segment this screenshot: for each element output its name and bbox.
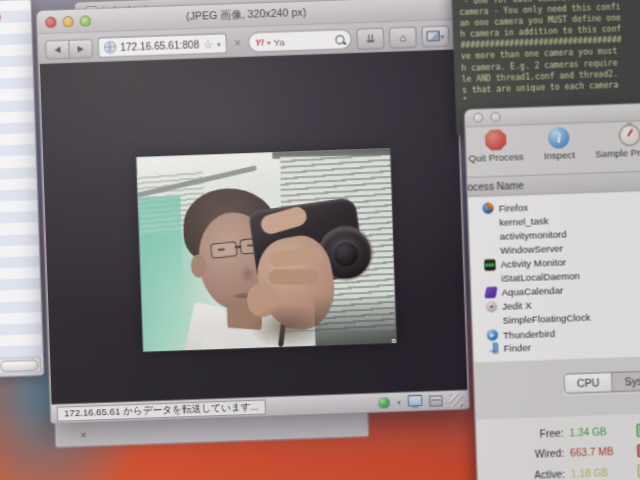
process-icon [486, 301, 498, 313]
process-icon [484, 287, 497, 299]
process-icon [487, 343, 499, 355]
tab-cpu[interactable]: CPU [564, 373, 612, 393]
process-icon [487, 329, 499, 341]
browser-window: (JPEG 画像, 320x240 px) ◀ ▶ 172.16.65.61:8… [36, 0, 470, 424]
zoom-button[interactable] [80, 15, 92, 27]
process-name: Firefox [498, 202, 528, 214]
sample-process-button[interactable]: Sample Process [594, 123, 640, 159]
inspect-button[interactable]: i Inspect [543, 127, 575, 162]
horizontal-scrollbar[interactable]: ◀ [0, 356, 41, 374]
url-dropdown-icon[interactable]: ▾ [217, 40, 221, 47]
process-name: Thunderbird [503, 327, 555, 340]
memory-legend-swatch [636, 423, 640, 437]
network-icon[interactable] [429, 395, 443, 407]
process-icon [484, 259, 496, 271]
sample-process-icon [619, 124, 640, 146]
memory-stat-row: Free: 1.34 GB [506, 420, 640, 441]
sample-process-label: Sample Process [595, 146, 640, 160]
inspect-label: Inspect [544, 149, 575, 161]
activity-monitor-window: Quit Process i Inspect Sample Process Pr… [464, 100, 640, 480]
terminal-output: ############################# - One for … [458, 0, 640, 107]
close-window-button[interactable] [0, 12, 1, 21]
memory-stat-label: Free: [506, 428, 563, 441]
addon-dropdown-icon[interactable]: ▾ [397, 398, 401, 405]
process-name: Finder [503, 342, 531, 354]
browser-content: 2013-05-09 06:05:50-00 [40, 49, 468, 404]
url-text[interactable]: 172.16.65.61:8081 [120, 39, 199, 53]
process-name: activitymonitord [499, 228, 566, 241]
process-icon [482, 203, 494, 215]
memory-stat-row: Active: 1.18 GB [508, 461, 640, 480]
close-button[interactable] [45, 16, 57, 28]
find-close-button[interactable]: × [80, 430, 87, 441]
search-input[interactable]: Y! ▾ Ya [248, 29, 352, 53]
site-icon [104, 41, 117, 54]
screenshot-button[interactable]: ▾ [421, 25, 449, 47]
memory-stat-value: 663.7 MB [570, 445, 631, 458]
minimize-button[interactable] [490, 112, 500, 122]
timestamp-time: 06:05:50-00 [392, 337, 397, 351]
process-name: Activity Monitor [500, 256, 566, 269]
memory-stat-label: Wired: [507, 448, 564, 461]
memory-stat-value: 1.34 GB [569, 425, 630, 438]
process-name: AquaCalendar [501, 285, 563, 298]
activity-monitor-toolbar: Quit Process i Inspect Sample Process [465, 118, 640, 177]
picture-icon [426, 31, 440, 42]
inspect-icon: i [548, 127, 570, 149]
search-engine-icon[interactable]: Y! [255, 38, 264, 47]
process-name: Jedit X [502, 300, 532, 312]
system-memory-pane: Free: 1.34 GB Wired: 663.7 MB Active: 1.… [476, 410, 640, 480]
download-button[interactable]: ⇊ [356, 27, 384, 49]
finger [268, 269, 319, 284]
resize-grip[interactable] [449, 393, 463, 407]
bookmark-star-icon[interactable]: ☆ [203, 38, 213, 50]
screen: ◀ index.html 12 KB 2013/07 #############… [0, 0, 640, 480]
close-button[interactable] [473, 112, 483, 122]
process-list: Firefox kernel_task activitymonitord Win… [468, 188, 640, 362]
process-name: iStatLocalDaemon [501, 270, 580, 284]
pane-tab-control: CPU System Memory [563, 368, 640, 394]
display-icon[interactable] [408, 394, 423, 406]
stop-button[interactable]: × [232, 37, 244, 50]
arm-shadow [314, 292, 397, 346]
memory-stat-value: 1.18 GB [571, 466, 632, 479]
process-name: kernel_task [499, 215, 549, 228]
person-left-eye [218, 248, 225, 250]
forward-button[interactable]: ▶ [68, 38, 93, 58]
memory-stat-label: Active: [508, 468, 565, 480]
minimize-button[interactable] [62, 16, 74, 28]
scrollbar-thumb[interactable] [1, 359, 39, 371]
glasses-bridge [235, 246, 241, 248]
webcam-image: 2013-05-09 06:05:50-00 [136, 148, 396, 352]
quit-process-button[interactable]: Quit Process [467, 128, 523, 163]
search-text[interactable]: Ya [273, 36, 284, 48]
memory-stat-row: Wired: 663.7 MB [507, 441, 640, 462]
addon-status-icon[interactable] [379, 397, 391, 409]
button-dropdown-icon: ▾ [440, 32, 444, 39]
back-button[interactable]: ◀ [45, 39, 70, 59]
url-field[interactable]: 172.16.65.61:8081 ☆ ▾ [98, 33, 228, 58]
window-light [138, 196, 186, 352]
quit-process-icon [484, 129, 506, 151]
tab-system-memory[interactable]: System Memory [612, 369, 640, 391]
search-icon[interactable] [335, 35, 344, 44]
home-button[interactable]: ⌂ [389, 26, 417, 48]
pane-tabs: CPU System Memory [474, 353, 640, 419]
quit-process-label: Quit Process [468, 151, 524, 164]
search-dropdown-icon[interactable]: ▾ [267, 38, 271, 45]
process-name: WindowServer [500, 242, 563, 255]
